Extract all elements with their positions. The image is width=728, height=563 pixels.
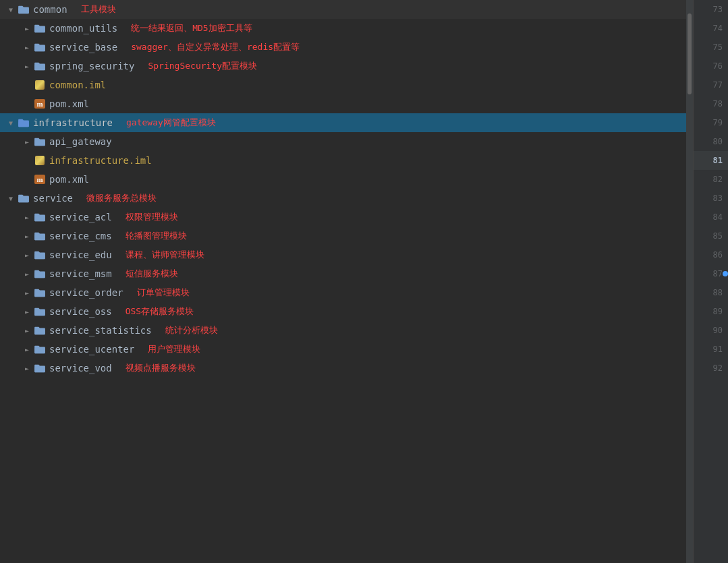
tree-row[interactable]: service_acl权限管理模块 bbox=[0, 208, 686, 227]
item-name: service bbox=[33, 193, 73, 204]
item-name: service_edu bbox=[49, 249, 112, 260]
folder-icon bbox=[34, 61, 46, 71]
expand-arrow-right[interactable] bbox=[22, 212, 32, 223]
folder-icon bbox=[34, 268, 46, 279]
line-number: 90 bbox=[694, 321, 728, 340]
folder-icon bbox=[34, 136, 46, 147]
expand-arrow-right[interactable] bbox=[22, 344, 32, 355]
item-comment: 权限管理模块 bbox=[125, 211, 178, 223]
line-number: 92 bbox=[694, 359, 728, 378]
tree-row[interactable]: service_ossOSS存储服务模块 bbox=[0, 302, 686, 321]
item-name: common.iml bbox=[49, 80, 106, 90]
tree-row[interactable]: service_statistics统计分析模块 bbox=[0, 321, 686, 340]
iml-file-icon bbox=[34, 155, 46, 166]
line-number: 78 bbox=[694, 94, 728, 113]
expand-arrow-right[interactable] bbox=[22, 23, 32, 34]
line-number: 82 bbox=[694, 170, 728, 189]
item-name: service_acl bbox=[49, 212, 112, 223]
tree-row[interactable]: service_baseswagger、自定义异常处理、redis配置等 bbox=[0, 38, 686, 57]
tree-row[interactable]: mpom.xml bbox=[0, 94, 686, 113]
line-number: 87 bbox=[694, 264, 728, 283]
item-comment: OSS存储服务模块 bbox=[125, 305, 194, 318]
tree-row[interactable]: mpom.xml bbox=[0, 170, 686, 189]
expand-arrow-right[interactable] bbox=[22, 306, 32, 317]
item-name: infrastructure bbox=[33, 117, 113, 128]
item-name: pom.xml bbox=[49, 98, 89, 109]
item-name: service_vod bbox=[49, 363, 112, 374]
line-number: 84 bbox=[694, 208, 728, 227]
line-number: 86 bbox=[694, 245, 728, 264]
item-name: pom.xml bbox=[49, 174, 89, 185]
folder-icon bbox=[34, 249, 46, 260]
tree-row[interactable]: spring_securitySpringSecurity配置模块 bbox=[0, 57, 686, 76]
item-name: service_statistics bbox=[49, 325, 152, 336]
item-comment: 轮播图管理模块 bbox=[125, 230, 187, 242]
line-number: 81 bbox=[694, 151, 728, 170]
item-name: spring_security bbox=[49, 61, 134, 71]
folder-icon bbox=[34, 344, 46, 355]
line-number: 76 bbox=[694, 57, 728, 76]
item-comment: 订单管理模块 bbox=[137, 287, 190, 299]
expand-arrow-right[interactable] bbox=[22, 268, 32, 279]
item-name: service_cms bbox=[49, 231, 112, 241]
line-number: 88 bbox=[694, 283, 728, 302]
line-number: 80 bbox=[694, 132, 728, 151]
item-comment: 课程、讲师管理模块 bbox=[125, 249, 204, 261]
line-number: 83 bbox=[694, 189, 728, 208]
expand-arrow-down[interactable] bbox=[5, 117, 16, 128]
tree-row[interactable]: service_msm短信服务模块 bbox=[0, 264, 686, 283]
expand-arrow-right[interactable] bbox=[22, 42, 32, 53]
expand-arrow-right[interactable] bbox=[22, 231, 32, 241]
folder-icon bbox=[34, 212, 46, 223]
item-comment: SpringSecurity配置模块 bbox=[148, 60, 257, 72]
tree-row[interactable]: service微服务服务总模块 bbox=[0, 189, 686, 208]
scrollbar[interactable] bbox=[686, 0, 693, 563]
expand-arrow-right[interactable] bbox=[22, 325, 32, 336]
tree-row[interactable]: service_cms轮播图管理模块 bbox=[0, 227, 686, 245]
folder-icon bbox=[18, 4, 30, 15]
line-numbers: 7374757677787980818283848586878889909192 bbox=[693, 0, 728, 563]
item-name: common_utils bbox=[49, 23, 117, 34]
item-comment: 微服务服务总模块 bbox=[86, 192, 157, 204]
item-name: service_oss bbox=[49, 306, 112, 317]
file-tree: common工具模块 common_utils统一结果返回、MD5加密工具等 s… bbox=[0, 0, 686, 563]
expand-arrow-down[interactable] bbox=[5, 193, 16, 204]
expand-arrow-right[interactable] bbox=[22, 249, 32, 260]
tree-row[interactable]: infrastructure.iml bbox=[0, 151, 686, 170]
line-number: 91 bbox=[694, 340, 728, 359]
tree-row[interactable]: service_ucenter用户管理模块 bbox=[0, 340, 686, 359]
expand-arrow-right[interactable] bbox=[22, 61, 32, 71]
line-number: 75 bbox=[694, 38, 728, 57]
folder-icon bbox=[18, 117, 30, 128]
item-comment: 用户管理模块 bbox=[148, 343, 200, 355]
tree-row[interactable]: common工具模块 bbox=[0, 0, 686, 19]
item-comment: swagger、自定义异常处理、redis配置等 bbox=[131, 41, 300, 53]
expand-arrow-right[interactable] bbox=[22, 363, 32, 374]
tree-row[interactable]: service_order订单管理模块 bbox=[0, 283, 686, 302]
expand-arrow-down[interactable] bbox=[5, 4, 16, 15]
tree-row[interactable]: infrastructuregateway网管配置模块 bbox=[0, 113, 686, 132]
tree-row[interactable]: common_utils统一结果返回、MD5加密工具等 bbox=[0, 19, 686, 38]
item-comment: 工具模块 bbox=[81, 3, 116, 16]
item-name: infrastructure.iml bbox=[49, 155, 152, 166]
expand-arrow-right[interactable] bbox=[22, 287, 32, 298]
scrollbar-thumb[interactable] bbox=[688, 13, 692, 94]
pom-file-icon: m bbox=[34, 174, 46, 185]
tree-row[interactable]: service_vod视频点播服务模块 bbox=[0, 359, 686, 378]
pom-file-icon: m bbox=[34, 98, 46, 109]
item-name: service_base bbox=[49, 42, 117, 53]
line-number: 73 bbox=[694, 0, 728, 19]
expand-arrow-right[interactable] bbox=[22, 136, 32, 147]
line-number: 85 bbox=[694, 227, 728, 245]
line-number: 74 bbox=[694, 19, 728, 38]
line-number: 79 bbox=[694, 113, 728, 132]
item-name: api_gateway bbox=[49, 136, 112, 147]
tree-row[interactable]: service_edu课程、讲师管理模块 bbox=[0, 245, 686, 264]
iml-file-icon bbox=[34, 80, 46, 90]
folder-icon bbox=[34, 23, 46, 34]
folder-icon bbox=[34, 287, 46, 298]
item-name: common bbox=[33, 4, 67, 15]
tree-row[interactable]: api_gateway bbox=[0, 132, 686, 151]
folder-icon bbox=[34, 325, 46, 336]
tree-row[interactable]: common.iml bbox=[0, 76, 686, 94]
